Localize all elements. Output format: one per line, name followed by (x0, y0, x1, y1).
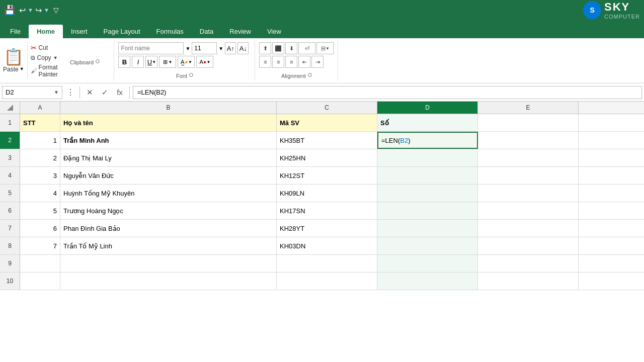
cell-A4[interactable]: 3 (20, 167, 60, 184)
cell-B4[interactable]: Nguyễn Văn Đức (60, 167, 277, 184)
cell-A8[interactable]: 7 (20, 237, 60, 254)
cell-C5[interactable]: KH09LN (277, 185, 377, 202)
font-size-increase[interactable]: A↑ (225, 42, 236, 54)
cell-ref-dropdown[interactable]: ▼ (54, 89, 59, 95)
cell-E10[interactable] (478, 273, 579, 290)
cell-D5[interactable] (377, 185, 478, 202)
cell-B2[interactable]: Trần Minh Anh (60, 132, 277, 149)
cell-E5[interactable] (478, 185, 579, 202)
tab-insert[interactable]: Insert (63, 25, 96, 38)
cell-E9[interactable] (478, 255, 579, 272)
cell-E3[interactable] (478, 149, 579, 166)
cell-A3[interactable]: 2 (20, 149, 60, 166)
col-header-B[interactable]: B (60, 102, 277, 114)
cell-D9[interactable] (377, 255, 478, 272)
font-name-dropdown[interactable]: ▼ (185, 46, 190, 51)
cell-D8[interactable] (377, 237, 478, 254)
underline-dropdown[interactable]: ▼ (152, 60, 156, 64)
paste-button[interactable]: 📋 Paste ▼ (3, 42, 28, 79)
decrease-indent-button[interactable]: ⇤ (298, 56, 310, 68)
cell-C6[interactable]: KH17SN (277, 202, 377, 219)
cell-D6[interactable] (377, 202, 478, 219)
align-top-button[interactable]: ⬆ (259, 42, 271, 54)
bold-button[interactable]: B (118, 56, 130, 68)
increase-indent-button[interactable]: ⇥ (311, 56, 324, 68)
tab-view[interactable]: View (259, 25, 289, 38)
border-button[interactable]: ⊞▼ (159, 56, 176, 68)
cell-D7[interactable] (377, 220, 478, 237)
format-painter-button[interactable]: 🖌 Format Painter (30, 63, 59, 78)
cell-A2[interactable]: 1 (20, 132, 60, 149)
cell-B7[interactable]: Phan Đình Gia Bảo (60, 220, 277, 237)
cell-D3[interactable] (377, 149, 478, 166)
italic-button[interactable]: I (132, 56, 144, 68)
merge-cells-button[interactable]: ⊟▼ (316, 42, 334, 54)
cell-E4[interactable] (478, 167, 579, 184)
font-name-input[interactable] (118, 42, 184, 54)
alignment-expand-icon[interactable]: ⬡ (308, 72, 312, 77)
align-center-button[interactable]: ≡ (272, 56, 284, 68)
wrap-text-button[interactable]: ⏎ (298, 42, 315, 54)
clipboard-expand-icon[interactable]: ⬡ (96, 59, 100, 64)
cell-B6[interactable]: Trương Hoàng Ngọc (60, 202, 277, 219)
paste-dropdown-arrow[interactable]: ▼ (20, 66, 24, 71)
cell-B3[interactable]: Đặng Thị Mai Ly (60, 149, 277, 166)
cell-B1[interactable]: Họ và tên (60, 114, 277, 131)
cell-A7[interactable]: 6 (20, 220, 60, 237)
cell-C2[interactable]: KH35BT (277, 132, 377, 149)
insert-function-button[interactable]: fx (113, 86, 126, 99)
font-size-dropdown[interactable]: ▼ (218, 46, 223, 51)
col-header-C[interactable]: C (277, 102, 377, 114)
cell-C8[interactable]: KH03DN (277, 237, 377, 254)
tab-home[interactable]: Home (29, 25, 63, 38)
cell-C3[interactable]: KH25HN (277, 149, 377, 166)
cut-button[interactable]: ✂ Cut (30, 43, 59, 52)
cell-B10[interactable] (60, 273, 277, 290)
underline-button[interactable]: U ▼ (145, 56, 157, 68)
formula-bar-options[interactable]: ⋮ (64, 87, 76, 97)
cell-E8[interactable] (478, 237, 579, 254)
confirm-formula-button[interactable]: ✓ (98, 86, 111, 99)
tab-review[interactable]: Review (221, 25, 259, 38)
undo-button[interactable]: ↩ (19, 6, 26, 15)
cell-D10[interactable] (377, 273, 478, 290)
cell-D4[interactable] (377, 167, 478, 184)
cell-C7[interactable]: KH28YT (277, 220, 377, 237)
copy-button[interactable]: ⧉ Copy ▼ (30, 54, 59, 62)
font-size-input[interactable] (192, 42, 217, 54)
tab-formulas[interactable]: Formulas (148, 25, 192, 38)
cell-A9[interactable] (20, 255, 60, 272)
redo-button[interactable]: ↪ (35, 6, 42, 15)
col-header-E[interactable]: E (478, 102, 579, 114)
cancel-formula-button[interactable]: ✕ (83, 86, 96, 99)
align-right-button[interactable]: ≡ (285, 56, 297, 68)
cell-D1[interactable]: Số (377, 114, 478, 131)
quick-access-more[interactable]: ▽ (53, 6, 59, 14)
cell-C10[interactable] (277, 273, 377, 290)
cell-B9[interactable] (60, 255, 277, 272)
font-expand-icon[interactable]: ⬡ (189, 72, 193, 77)
cell-B8[interactable]: Trần Tố Mỹ Linh (60, 237, 277, 254)
cell-C4[interactable]: KH12ST (277, 167, 377, 184)
cell-E6[interactable] (478, 202, 579, 219)
cell-A6[interactable]: 5 (20, 202, 60, 219)
cell-E7[interactable] (478, 220, 579, 237)
cell-E2[interactable] (478, 132, 579, 149)
font-color-button[interactable]: A■▼ (196, 56, 213, 68)
cell-C9[interactable] (277, 255, 377, 272)
copy-dropdown[interactable]: ▼ (53, 55, 58, 60)
formula-input[interactable] (133, 86, 642, 99)
tab-file[interactable]: File (2, 25, 29, 38)
font-size-decrease[interactable]: A↓ (237, 42, 249, 54)
col-header-A[interactable]: A (20, 102, 60, 114)
save-icon[interactable]: 💾 (4, 5, 15, 16)
align-middle-button[interactable]: ⬛ (272, 42, 284, 54)
cell-C1[interactable]: Mã SV (277, 114, 377, 131)
cell-D2[interactable]: =LEN(B2) (377, 132, 478, 149)
cell-E1[interactable] (478, 114, 579, 131)
tab-page-layout[interactable]: Page Layout (96, 25, 148, 38)
cell-A5[interactable]: 4 (20, 185, 60, 202)
cell-A10[interactable] (20, 273, 60, 290)
align-left-button[interactable]: ≡ (259, 56, 271, 68)
col-header-D[interactable]: D (377, 102, 478, 114)
